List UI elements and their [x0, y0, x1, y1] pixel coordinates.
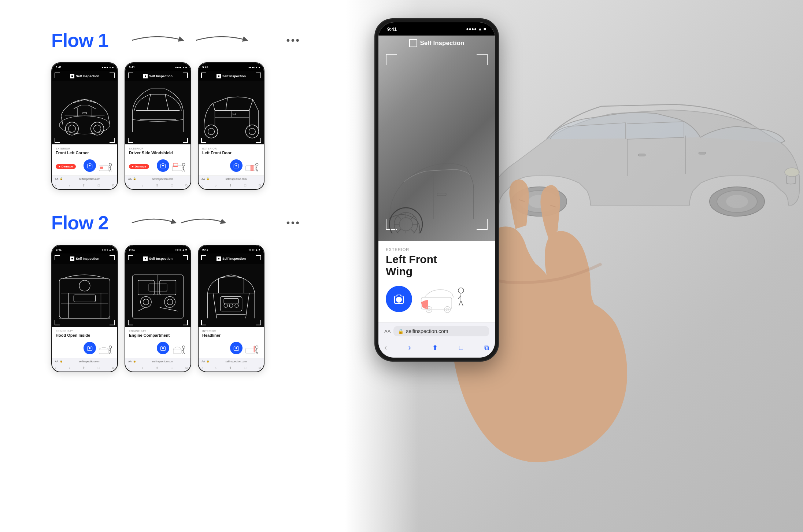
flow2-s2-camera-icon — [160, 345, 166, 351]
flow1-s3-car-art — [199, 80, 264, 144]
svg-point-23 — [249, 128, 255, 135]
svg-line-18 — [183, 169, 184, 171]
flow2-s3-browser: AA 🔒 selfinspection.com — [199, 358, 264, 364]
flow2-s2-info: ENGINE BAY Engine Compartment — [125, 327, 190, 356]
flow1-s3-camera-icon — [233, 163, 239, 169]
flow2-title: Flow 2 — [51, 212, 108, 234]
flow1-s1-browser: AA 🔒 selfinspection.com — [52, 176, 117, 182]
flow1-s1-nav: ‹ › ⬆ □ ⧉ — [52, 182, 117, 189]
flow2-s2-time: 9:41 — [129, 248, 135, 251]
flow2-screen2: 9:41 ●●●● ▲ ■ Self Inspection — [125, 245, 191, 372]
flow2-s1-part-name: Hood Open Inside — [56, 333, 114, 338]
flow1-s2-camera-btn[interactable] — [157, 159, 169, 172]
flow2-s1-browser: AA 🔒 selfinspection.com — [52, 358, 117, 364]
flow2-s3-aa: AA — [201, 360, 205, 363]
svg-point-98 — [446, 308, 448, 311]
flow1-s2-lock: 🔒 — [133, 177, 136, 180]
svg-rect-34 — [74, 295, 95, 302]
svg-rect-13 — [172, 166, 182, 171]
svg-rect-77 — [699, 152, 706, 154]
flow2-s3-lock: 🔒 — [206, 360, 210, 363]
background-car-svg — [473, 37, 803, 275]
large-car-detail-svg — [382, 153, 477, 233]
flow2-s2-back: ‹ — [128, 366, 130, 370]
flow1-screen3: 9:41 ●●●● ▲ ■ Self Inspection — [198, 62, 264, 190]
svg-point-74 — [726, 195, 748, 208]
flow1-s3-share: ⬆ — [229, 184, 232, 187]
flow1-s1-car-art — [52, 80, 117, 144]
flow1-s2-car-art — [125, 80, 190, 144]
svg-point-44 — [141, 297, 152, 308]
large-lock-icon: 🔒 — [398, 329, 404, 334]
svg-point-95 — [426, 306, 432, 313]
svg-point-2 — [69, 125, 76, 132]
flow2-s3-person-diagram — [244, 340, 260, 356]
flow1-s1-area-label: EXTERIOR — [56, 147, 114, 150]
large-area-label: EXTERIOR — [386, 247, 488, 252]
flow1-s1-time: 9:41 — [56, 66, 62, 69]
large-forward-btn[interactable]: › — [408, 343, 411, 352]
svg-point-22 — [246, 125, 259, 138]
flow1-s1-lock: 🔒 — [60, 177, 63, 180]
large-bookmarks-btn[interactable]: □ — [459, 344, 463, 352]
large-back-btn[interactable]: ‹ — [384, 343, 387, 352]
flow1-s1-forward: › — [69, 183, 70, 188]
flow1-arrows — [128, 31, 260, 49]
left-panel: Flow 1 ••• 9:41 ●●●● ▲ ■ — [51, 29, 300, 394]
flow2-s1-camera-icon — [87, 345, 93, 351]
flow2-s2-person-diagram — [171, 340, 187, 356]
flow2-s1-camera-btn[interactable] — [84, 342, 96, 354]
flow2-s3-time: 9:41 — [202, 248, 208, 251]
large-scan-icon — [409, 39, 417, 47]
large-info-area: EXTERIOR Left Front Wing — [378, 241, 495, 318]
flow1-s3-camera-btn[interactable] — [230, 159, 243, 172]
flow1-s2-area-label: EXTERIOR — [129, 147, 187, 150]
svg-line-30 — [256, 169, 257, 171]
flow2-s2-lock: 🔒 — [133, 360, 136, 363]
large-person-diagram — [419, 282, 467, 315]
large-header-title: Self Inspection — [420, 40, 465, 47]
large-url-box[interactable]: 🔒 selfinspection.com — [393, 326, 489, 336]
flow1-s2-icons: ●●●● ▲ ■ — [175, 66, 187, 69]
flow1-s2-books: □ — [171, 184, 173, 187]
svg-line-64 — [256, 350, 257, 351]
large-share-btn[interactable]: ⬆ — [432, 344, 438, 352]
svg-point-93 — [396, 297, 402, 303]
flow2-s3-info: INTERIOR Headliner — [199, 327, 264, 356]
flow2-s1-time: 9:41 — [56, 248, 62, 251]
flow2-s2-camera-btn[interactable] — [157, 342, 169, 354]
flow2-dots-menu[interactable]: ••• — [286, 217, 300, 229]
large-tabs-btn[interactable]: ⧉ — [484, 344, 489, 352]
large-status-icons: ●●●● ▲ ■ — [466, 26, 486, 32]
svg-line-11 — [110, 169, 111, 171]
svg-point-59 — [235, 304, 238, 307]
flow1-s1-camera-btn[interactable] — [84, 159, 96, 172]
svg-rect-76 — [638, 154, 645, 156]
svg-rect-7 — [100, 167, 103, 169]
flow1-s2-aa: AA — [128, 178, 132, 180]
large-status-bar: 9:41 ●●●● ▲ ■ — [378, 22, 495, 36]
flow1-s1-screen: Self Inspection — [52, 71, 117, 144]
flow1-s1-camera-icon — [87, 163, 93, 169]
flow2-s2-actions — [129, 340, 187, 356]
flow2-s3-actions — [202, 340, 260, 356]
flow1-s2-left: ● Damage — [129, 162, 157, 169]
svg-rect-14 — [173, 163, 178, 167]
flow1-s3-actions — [202, 158, 260, 174]
flow1-dots-menu[interactable]: ••• — [286, 34, 300, 46]
flow2-phones: 9:41 ●●●● ▲ ■ Self Inspection — [51, 245, 300, 372]
flow2-s3-camera-btn[interactable] — [230, 342, 243, 354]
flow2-s3-camera-icon — [233, 345, 239, 351]
flow1-s3-time: 9:41 — [202, 66, 208, 69]
flow1-s2-part-name: Driver Side Windshield — [129, 151, 187, 155]
svg-line-39 — [110, 352, 111, 354]
svg-point-99 — [458, 288, 464, 293]
svg-point-96 — [428, 308, 430, 311]
large-camera-icon — [392, 292, 406, 306]
flow1-s2-damage-label: Damage — [135, 165, 146, 168]
flow1-s3-aa: AA — [201, 178, 205, 180]
large-camera-btn[interactable] — [386, 286, 412, 312]
flow2-s2-icons: ●●●● ▲ ■ — [175, 248, 187, 251]
flow1-s2-info: EXTERIOR Driver Side Windshield ● Damage — [125, 144, 190, 174]
svg-rect-49 — [173, 349, 181, 354]
